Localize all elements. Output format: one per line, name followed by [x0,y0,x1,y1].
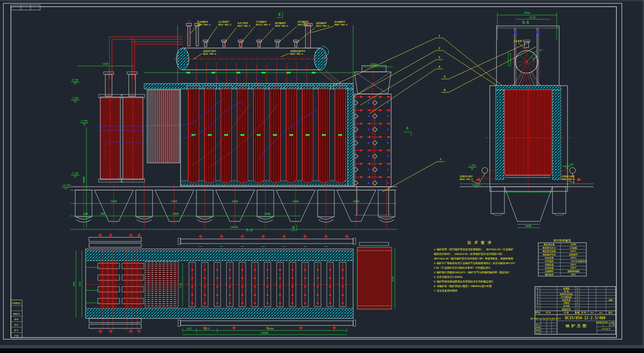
svg-text:代 号: 代 号 [546,311,551,314]
dim-label: 1150 [371,63,377,66]
svg-text:350℃: 350℃ [570,263,577,266]
svg-text:适用燃料: 适用燃料 [545,270,554,273]
tech-req-line: 1-93《工业锅炉水压试验技术条件》中的规定进行 [434,266,491,269]
elevation-label: ±0.000 [63,184,71,186]
svg-text:7: 7 [537,290,538,292]
tech-req-line: JB/T1612-92《锅壳锅炉受压元件强度计算》等标准制造、检验和验收 [434,257,513,260]
dim-label: 14050 [230,226,238,229]
archive-strip: 旧底图总号 底图总号 描 图 描 校 签 字 日 期 [11,300,22,338]
side-pipe-label-right: 定期排污接管 DN40 PN2.5 [562,173,575,183]
svg-text:成套: 成套 [608,299,613,301]
tech-req-line: 3. 锅炉烟尘排放按GB13271《锅炉大气污染物排放标准》规定执行 [434,271,510,274]
plan-view-title: A-A [246,228,252,232]
cad-canvas[interactable]: 旧底图总号 底图总号 描 图 描 校 签 字 日 期 [0,0,644,353]
svg-text:蛇形管过热器: 蛇形管过热器 [560,293,573,296]
svg-text:序号: 序号 [535,311,540,314]
svg-text:下降管: 下降管 [563,302,570,305]
plan-top-headers [89,233,356,247]
tech-req-line: 4. 水压试验压力3.32MPa [434,275,463,279]
riser-drums [104,69,137,98]
elevation-label: 7.600 [72,97,79,99]
elevation-label: 8.400 [72,79,79,81]
archive-row: 旧底图总号 [12,302,21,304]
callout-2: 2 [438,47,440,50]
drawing-number: QC35/850-12-2.5/400 [565,316,605,320]
svg-text:1: 1 [537,308,538,310]
svg-text:DN25 PN4.0: DN25 PN4.0 [298,23,311,26]
dim-label: 1800 [232,200,238,203]
svg-text:3: 3 [537,302,538,304]
dim-label: 1800 [171,200,178,203]
callout-6: 6 [444,89,445,92]
tech-req-title: 技 术 要 求 [467,240,492,245]
svg-text:3.5×10 链条炉排: 3.5×10 链条炉排 [571,260,587,263]
svg-text:审 核: 审 核 [536,329,540,331]
svg-text:空气预热器: 空气预热器 [561,296,572,299]
dim-label: 2950 [524,11,530,14]
svg-text:副汽阀接管: 副汽阀接管 [275,22,286,25]
elevation-label: 1.100 [469,164,476,166]
plan-detached-coil: 1540 [357,242,395,309]
svg-text:共 张 第 张: 共 张 第 张 [602,328,611,330]
side-foundation: 3040 [460,184,593,228]
spec-table: 设计技术规范 额定蒸发量12t/时 额定蒸汽压力2.5兆帕 额定蒸汽温度400℃… [538,239,587,276]
dim-label: 1800 [111,200,117,203]
title-block-lower: QC35/850-12-2.5/400 锅炉总图 阶段标记 质量 比例 1:25… [531,315,616,334]
svg-text:压力表接管: 压力表接管 [218,20,229,23]
svg-text:400℃: 400℃ [570,250,577,252]
svg-text:材 料: 材 料 [581,311,587,314]
pipe-label: 省煤器再循环管DN50 PN2.5 [281,50,305,57]
tech-req-line: 2. 锅炉出厂检验按有关工业锅炉产品检验标准执行, 水压试验按JB/T137 [434,262,515,265]
dim-label: 1820 [102,62,109,65]
svg-text:设 计: 设 计 [536,323,540,325]
svg-text:1: 1 [576,290,578,292]
plan-bottom-headers [89,318,356,333]
svg-text:加药阀接管: 加药阀接管 [316,22,327,25]
svg-text:水位计接管: 水位计接管 [237,22,248,25]
dim-label: 400 [83,212,88,215]
svg-text:1: 1 [576,305,578,307]
dim-label: 2800 [173,212,179,215]
elevation-flags: 8.400 7.600 6.900 3.100 ±0.000 [62,79,89,190]
view-front-elevation: 1150 1820 4500 1800 1800 1800 1800 [62,12,411,231]
svg-text:1: 1 [576,296,578,298]
svg-text:DN50 PN2.5: DN50 PN2.5 [290,53,303,55]
svg-text:锅水循环方式: 锅水循环方式 [542,253,556,256]
elevation-label: 3.100 [72,172,79,174]
svg-text:主汽阀接管: 主汽阀接管 [256,20,267,23]
archive-row: 日 期 [14,335,18,337]
svg-text:锅炉效率: 锅炉效率 [545,273,554,276]
svg-text:105℃: 105℃ [570,256,577,259]
svg-text:2: 2 [537,305,538,307]
dim-label: 1570 [529,16,536,19]
svg-text:单件: 单件 [591,312,594,314]
cad-viewport[interactable]: 旧底图总号 底图总号 描 图 描 校 签 字 日 期 [0,0,644,353]
bottom-scroll-band[interactable] [0,345,644,348]
section-mark-a: A [406,126,408,130]
svg-text:240℃: 240℃ [570,267,577,269]
dim-label: 45° [539,49,543,51]
svg-text:人孔装置: 人孔装置 [513,40,522,43]
svg-text:安全阀接管: 安全阀接管 [197,20,208,23]
foundation-front [70,180,397,229]
tube-panels [187,84,347,183]
svg-text:额定蒸汽温度: 额定蒸汽温度 [542,250,556,253]
svg-text:1: 1 [576,287,578,290]
drawing-scale: 1:25 [610,324,615,326]
tech-req-line: 锅筒技术条件》、GB3222-93《水管锅炉受压元件强度计算》、 [433,252,507,256]
dim-label: 2260 [79,282,81,287]
svg-text:省煤器: 省煤器 [563,287,570,290]
svg-text:水冷壁: 水冷壁 [563,305,570,307]
svg-text:热风温度: 热风温度 [545,267,554,269]
svg-text:DN25 PN4.0: DN25 PN4.0 [316,25,329,27]
dim-label: 6400 [268,327,274,330]
dim-label: 280 [100,212,104,215]
svg-text:4: 4 [537,299,538,301]
archive-row: 描 图 [14,318,18,320]
boiler-bank-section [147,90,180,163]
spec-table-title: 设计技术规范 [553,239,571,242]
svg-text:总计: 总计 [599,312,603,314]
parts-list: 8省煤器1 7汽 包1 6蛇形管过热器1 5空气预热器1 4对流管束1成套 3下… [535,287,616,315]
svg-text:定期排污接管: 定期排污接管 [562,175,575,178]
dim-label: 875 [187,327,191,330]
